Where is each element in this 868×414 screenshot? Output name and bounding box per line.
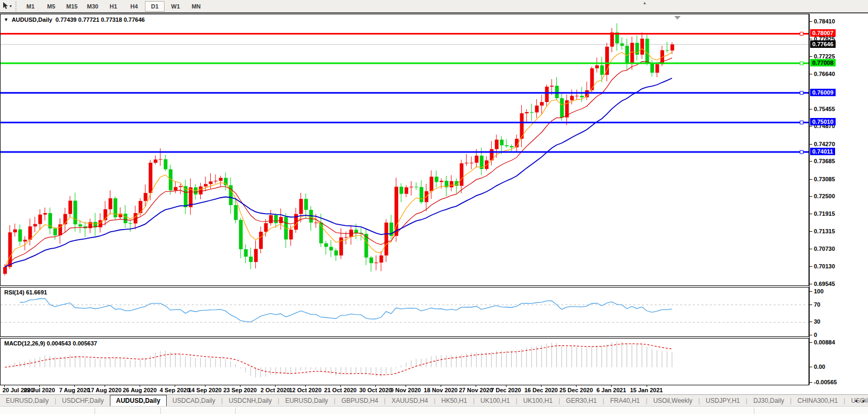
price-tick: 0.73685 bbox=[814, 158, 835, 164]
price-label-box: 0.77008 bbox=[810, 59, 836, 66]
tick-mark bbox=[810, 335, 812, 335]
tick-mark bbox=[810, 179, 812, 180]
hline-handle[interactable] bbox=[800, 150, 803, 154]
tick-mark bbox=[810, 382, 812, 383]
tab-AUDUSD-Daily[interactable]: AUDUSD,Daily bbox=[110, 395, 167, 406]
rsi-indicator-panel[interactable]: RSI(14) 61.6691 bbox=[0, 287, 809, 337]
candlestick-chart[interactable] bbox=[1, 14, 809, 285]
timeframe-button-W1[interactable]: W1 bbox=[166, 1, 185, 12]
tick-mark bbox=[810, 144, 812, 145]
tab-XAUUSD-H4[interactable]: XAUUSD,H4 bbox=[385, 395, 434, 406]
price-tick: 0.72500 bbox=[814, 193, 835, 199]
tick-mark bbox=[810, 196, 812, 197]
hline-handle[interactable] bbox=[800, 62, 803, 65]
tab-UK100-H1[interactable]: UK100,H1 bbox=[475, 395, 515, 406]
timeframe-button-M30[interactable]: M30 bbox=[83, 1, 102, 12]
timeframe-button-MN[interactable]: MN bbox=[186, 1, 206, 12]
tab-UK100-H1[interactable]: UK100,H1 bbox=[518, 395, 558, 406]
date-label: 2 Oct 2020 bbox=[261, 387, 290, 393]
status-separator bbox=[160, 408, 161, 414]
timeframe-button-M1[interactable]: M1 bbox=[21, 1, 40, 12]
chart-title: ▼ AUDUSD,Daily 0.77439 0.77721 0.77318 0… bbox=[4, 16, 145, 23]
toolbar-expand-icon[interactable]: ▴ bbox=[643, 0, 646, 5]
timeframe-button-H4[interactable]: H4 bbox=[124, 1, 144, 12]
price-chart-panel[interactable]: ▼ AUDUSD,Daily 0.77439 0.77721 0.77318 0… bbox=[0, 14, 809, 286]
tick-mark bbox=[810, 161, 812, 162]
tab-USDCNH-Daily[interactable]: USDCNH,Daily bbox=[223, 395, 278, 406]
chart-workspace: ▼ AUDUSD,Daily 0.77439 0.77721 0.77318 0… bbox=[0, 13, 868, 414]
date-label: 9 Nov 2020 bbox=[390, 387, 420, 393]
date-label: 6 Jan 2021 bbox=[597, 387, 626, 393]
tick-mark bbox=[810, 305, 812, 305]
date-label: 7 Aug 2020 bbox=[59, 387, 90, 393]
tab-CHINA300-H1[interactable]: CHINA300,H1 bbox=[792, 395, 844, 406]
tab-GBPUSD-H4[interactable]: GBPUSD,H4 bbox=[336, 395, 384, 406]
indicator-axis-tick: 70 bbox=[814, 301, 820, 308]
date-label: 23 Sep 2020 bbox=[224, 387, 257, 393]
macd-chart bbox=[1, 339, 809, 385]
chart-tab-bar: EURUSD,Daily|USDCHF,DailyAUDUSD,DailyUSD… bbox=[0, 394, 868, 406]
timeframe-toolbar: ▾ M1M5M15M30H1H4D1W1MN ▴ bbox=[0, 0, 868, 13]
timeframe-button-H1[interactable]: H1 bbox=[104, 1, 123, 12]
hline-handle[interactable] bbox=[800, 32, 803, 35]
tab-EURUSD-Daily[interactable]: EURUSD,Daily bbox=[0, 395, 55, 406]
tab-HK50-H1[interactable]: HK50,H1 bbox=[435, 395, 473, 406]
tab-USDCAD-Daily[interactable]: USDCAD,Daily bbox=[167, 395, 221, 406]
price-label-box: 0.77646 bbox=[810, 40, 836, 48]
price-tick: 0.73085 bbox=[814, 176, 835, 182]
price-label-box: 0.75010 bbox=[810, 118, 836, 125]
tick-mark bbox=[810, 284, 812, 284]
macd-indicator-panel[interactable]: MACD(12,26,9) 0.004543 0.005637 bbox=[0, 338, 809, 385]
timeframe-button-D1[interactable]: D1 bbox=[145, 1, 165, 12]
chart-shift-icon[interactable] bbox=[674, 16, 681, 20]
indicator-axis-tick: 100 bbox=[814, 288, 823, 294]
timeframe-button-M5[interactable]: M5 bbox=[41, 1, 61, 12]
cursor-icon bbox=[2, 2, 9, 10]
date-label: 4 Sep 2020 bbox=[160, 387, 190, 393]
indicator-axis-tick: -0.00565 bbox=[814, 379, 837, 385]
tick-mark bbox=[810, 126, 812, 126]
title-dropdown-icon[interactable]: ▼ bbox=[4, 17, 8, 22]
cursor-tool-button[interactable]: ▾ bbox=[0, 1, 14, 12]
date-label: 14 Sep 2020 bbox=[188, 387, 222, 393]
tick-mark bbox=[810, 342, 812, 343]
price-tick: 0.69545 bbox=[814, 281, 835, 287]
tab-GER30-H1[interactable]: GER30,H1 bbox=[560, 395, 603, 406]
indicator-axis-tick: 0.00884 bbox=[814, 339, 835, 345]
tab-USDJPY-H1[interactable]: USDJPY,H1 bbox=[700, 395, 745, 406]
price-label-box: 0.74011 bbox=[810, 148, 835, 155]
timeframe-button-M15[interactable]: M15 bbox=[62, 1, 82, 12]
tab-scroll-right-icon[interactable]: ► bbox=[862, 399, 866, 403]
tick-mark bbox=[810, 39, 812, 39]
macd-label: MACD(12,26,9) 0.004543 0.005637 bbox=[4, 340, 97, 347]
date-label: 26 Aug 2020 bbox=[123, 387, 157, 393]
tab-DJ30-Daily[interactable]: DJ30,Daily bbox=[747, 395, 790, 406]
status-separator bbox=[754, 408, 754, 414]
tab-FRA40-H1[interactable]: FRA40,H1 bbox=[604, 395, 646, 406]
tick-mark bbox=[810, 231, 812, 232]
price-tick: 0.71315 bbox=[814, 228, 835, 234]
chart-ohlc-values: 0.77439 0.77721 0.77318 0.77646 bbox=[55, 16, 144, 23]
date-label: 18 Nov 2020 bbox=[424, 387, 458, 393]
date-label: 7 Dec 2020 bbox=[491, 387, 521, 393]
price-tick: 0.70130 bbox=[814, 263, 835, 269]
price-tick: 0.75455 bbox=[814, 106, 835, 112]
tab-USDCHF-Daily[interactable]: USDCHF,Daily bbox=[56, 395, 110, 406]
hline-handle[interactable] bbox=[800, 91, 803, 95]
price-label-box: 0.76009 bbox=[810, 89, 836, 96]
tick-mark bbox=[810, 214, 812, 214]
date-label: 15 Jan 2021 bbox=[630, 387, 663, 393]
tab-scroll-left-icon[interactable]: ◄ bbox=[854, 399, 858, 403]
date-axis: 20 Jul 202029 Jul 20207 Aug 202017 Aug 2… bbox=[0, 385, 868, 394]
tab-EURUSD-Daily[interactable]: EURUSD,Daily bbox=[279, 395, 334, 406]
tab-USOil-Weekly[interactable]: USOil,Weekly bbox=[647, 395, 698, 406]
hline-handle[interactable] bbox=[800, 121, 803, 124]
price-label-box: 0.78007 bbox=[810, 29, 836, 37]
tick-mark bbox=[810, 74, 812, 74]
indicator-axis-tick: 0 bbox=[814, 332, 817, 338]
date-label: 21 Oct 2020 bbox=[324, 387, 357, 393]
status-separator bbox=[94, 408, 95, 414]
indicator-axis-tick: 0.00 bbox=[814, 364, 825, 370]
toolbar-grip bbox=[15, 2, 19, 11]
date-label: 25 Dec 2020 bbox=[560, 387, 593, 393]
